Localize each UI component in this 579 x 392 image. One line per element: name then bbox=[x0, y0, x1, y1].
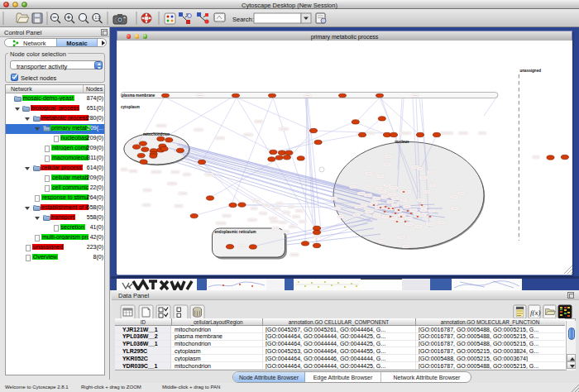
svg-text:endoplasmic reticulum: endoplasmic reticulum bbox=[215, 230, 256, 234]
svg-text:unassigned: unassigned bbox=[520, 69, 542, 73]
svg-text:f(x): f(x) bbox=[530, 308, 541, 317]
svg-text:plasma membrane: plasma membrane bbox=[122, 93, 156, 98]
svg-text:cytoplasm: cytoplasm bbox=[121, 105, 140, 109]
svg-text:1:1: 1:1 bbox=[95, 16, 101, 20]
svg-text:mitochondrion: mitochondrion bbox=[143, 132, 170, 136]
svg-text:nucleus: nucleus bbox=[395, 140, 409, 144]
svg-text:Search:: Search: bbox=[232, 16, 254, 23]
